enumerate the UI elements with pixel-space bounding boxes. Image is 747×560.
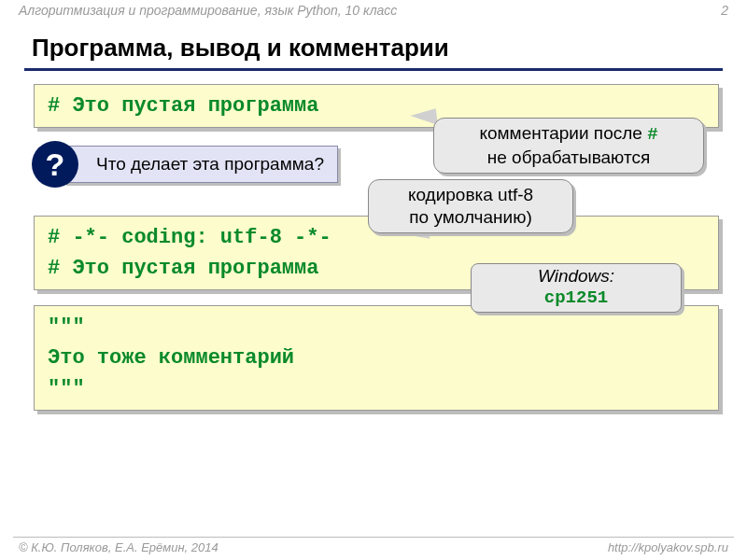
windows-label: Windows: xyxy=(538,266,614,286)
windows-value: cp1251 xyxy=(544,287,608,308)
code-block-3: """ Это тоже комментарий """ xyxy=(34,305,719,411)
callout-encoding: кодировка utf-8 по умолчанию) xyxy=(368,179,573,233)
page-header: Алгоритмизация и программирование, язык … xyxy=(0,0,747,22)
title-underline xyxy=(24,68,723,71)
copyright-text: © К.Ю. Поляков, Е.А. Ерёмин, 2014 xyxy=(19,540,218,560)
code-line: Это тоже комментарий xyxy=(48,343,705,373)
callout-line: кодировка utf-8 xyxy=(408,185,533,204)
callout-text: комментарии после xyxy=(479,123,647,143)
code-line: """ xyxy=(48,373,705,404)
course-title: Алгоритмизация и программирование, язык … xyxy=(19,3,397,22)
callout-line: по умолчанию) xyxy=(409,207,531,227)
page-number: 2 xyxy=(721,3,728,22)
code-line: """ xyxy=(48,312,705,343)
question-text: Что делает эта программа? xyxy=(63,146,338,183)
footer-url: http://kpolyakov.spb.ru xyxy=(608,540,728,560)
windows-callout: Windows: cp1251 xyxy=(471,263,682,313)
slide-title: Программа, вывод и комментарии xyxy=(0,22,747,68)
page-footer: © К.Ю. Поляков, Е.А. Ерёмин, 2014 http:/… xyxy=(0,538,747,560)
question-icon: ? xyxy=(32,141,78,188)
